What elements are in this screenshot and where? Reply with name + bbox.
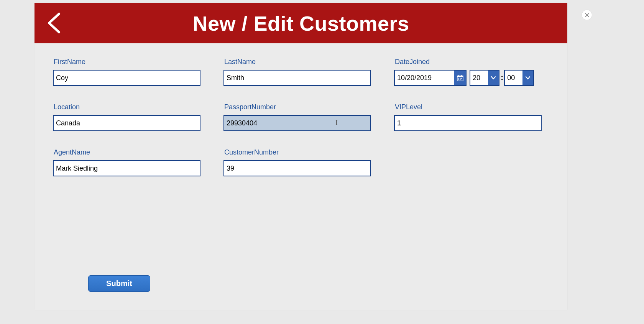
location-field: Location: [53, 103, 200, 131]
viplevel-input[interactable]: [394, 115, 542, 131]
chevron-left-icon: [46, 12, 61, 35]
page-title: New / Edit Customers: [34, 12, 567, 35]
datejoined-minute-select: [504, 70, 534, 86]
customernumber-label: CustomerNumber: [223, 148, 371, 156]
svg-rect-1: [457, 76, 463, 77]
firstname-input[interactable]: [53, 70, 200, 86]
lastname-label: LastName: [223, 58, 371, 66]
passportnumber-label: PassportNumber: [223, 103, 371, 111]
time-colon: :: [501, 72, 503, 82]
datejoined-minute-input[interactable]: [505, 71, 522, 85]
svg-rect-2: [458, 75, 459, 76]
agentname-input[interactable]: [53, 160, 200, 176]
back-button[interactable]: [46, 12, 61, 35]
firstname-field: FirstName: [53, 58, 200, 86]
datejoined-date-input-wrap: [394, 70, 467, 86]
svg-rect-6: [461, 78, 462, 79]
chevron-down-icon: [490, 75, 496, 81]
agentname-label: AgentName: [53, 148, 200, 156]
calendar-picker-button[interactable]: [454, 71, 466, 85]
customernumber-field: CustomerNumber: [223, 148, 371, 176]
agentname-field: AgentName: [53, 148, 200, 176]
svg-rect-3: [461, 75, 462, 76]
header-bar: New / Edit Customers: [34, 3, 567, 43]
close-button[interactable]: [582, 10, 592, 20]
submit-button[interactable]: Submit: [88, 275, 150, 292]
passportnumber-input[interactable]: [223, 115, 371, 131]
datejoined-field: DateJoined: [394, 58, 534, 86]
edit-customer-panel: New / Edit Customers FirstName LastName …: [34, 3, 567, 310]
datejoined-label: DateJoined: [394, 58, 534, 66]
customernumber-input[interactable]: [223, 160, 371, 176]
chevron-down-icon: [525, 75, 531, 81]
datejoined-hour-select: [470, 70, 499, 86]
passportnumber-field: PassportNumber: [223, 103, 371, 131]
minute-dropdown-button[interactable]: [522, 71, 533, 85]
svg-rect-7: [458, 79, 459, 80]
viplevel-label: VIPLevel: [394, 103, 542, 111]
close-icon: [585, 13, 590, 18]
svg-rect-4: [458, 78, 459, 79]
hour-dropdown-button[interactable]: [488, 71, 499, 85]
svg-rect-5: [460, 78, 460, 79]
viplevel-field: VIPLevel: [394, 103, 542, 131]
form-area: FirstName LastName DateJoined: [34, 43, 567, 176]
datejoined-group: :: [394, 70, 534, 86]
svg-rect-8: [460, 79, 460, 80]
location-label: Location: [53, 103, 200, 111]
location-input[interactable]: [53, 115, 200, 131]
lastname-field: LastName: [223, 58, 371, 86]
lastname-input[interactable]: [223, 70, 371, 86]
datejoined-hour-input[interactable]: [470, 71, 488, 85]
firstname-label: FirstName: [53, 58, 200, 66]
calendar-icon: [457, 75, 463, 81]
datejoined-date-input[interactable]: [395, 71, 454, 85]
